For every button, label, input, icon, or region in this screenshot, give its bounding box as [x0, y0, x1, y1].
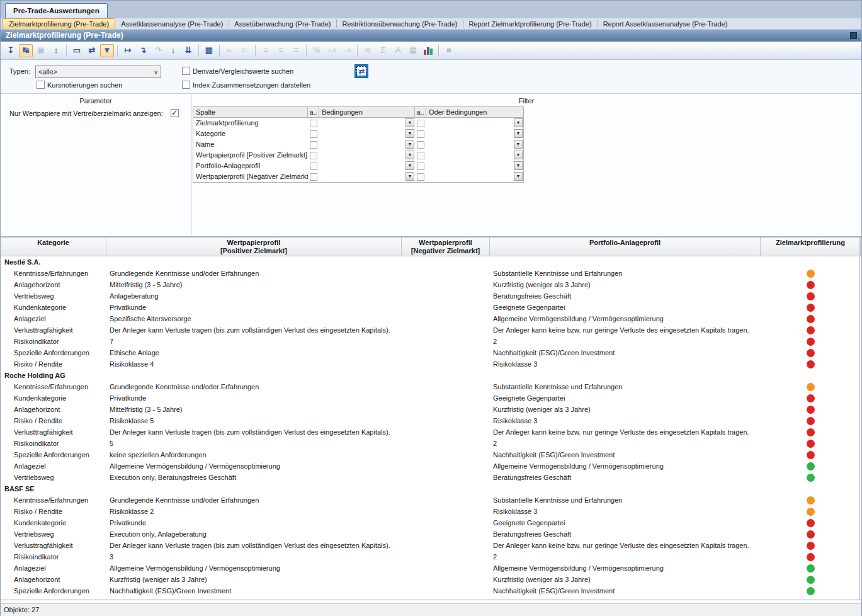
new-range-icon[interactable]: ▭	[70, 44, 84, 57]
table-row[interactable]: Risikoindikator72	[1, 336, 861, 347]
table-row[interactable]: KundenkategoriePrivatkundeGeeignete Gege…	[1, 517, 861, 528]
table-row[interactable]: Risiko / RenditeRisikoklasse 5Risikoklas…	[1, 415, 861, 426]
filter-aktiv-checkbox[interactable]	[310, 173, 317, 181]
filter-aktiv-checkbox[interactable]	[417, 152, 424, 159]
filter-aktiv-checkbox[interactable]	[310, 120, 317, 127]
chart-icon[interactable]	[421, 44, 435, 57]
derivate-checkbox[interactable]: Derivate/Vergleichswerte suchen	[182, 67, 293, 75]
table-row[interactable]: Spezielle Anforderungenkeine speziellen …	[1, 449, 861, 460]
typen-dropdown[interactable]: <alle> ∨	[35, 66, 161, 78]
refresh-button[interactable]: ⇄	[354, 64, 368, 78]
insert-row-icon[interactable]: ↴	[136, 44, 150, 57]
filter-aktiv-checkbox[interactable]	[417, 173, 424, 181]
subtab-restriktions-berwachung-pre-trade[interactable]: Restriktionsüberwachung (Pre-Trade)	[336, 18, 463, 29]
col-header-zielmarktprofilierung[interactable]: Zielmarktprofilierung	[761, 237, 861, 256]
import-data-icon[interactable]: ↓	[166, 44, 180, 57]
dropdown-arrow-icon[interactable]: ▼	[405, 129, 414, 138]
table-row[interactable]: VertriebswegExecution only, Anlageberatu…	[1, 528, 861, 540]
dropdown-arrow-icon[interactable]: ▼	[405, 118, 414, 127]
table-row[interactable]: Spezielle AnforderungenNachhaltigkeit (E…	[1, 585, 861, 596]
dropdown-arrow-icon[interactable]: ▼	[405, 151, 414, 159]
zielmarkt-cell	[761, 347, 861, 358]
filter-aktiv-checkbox[interactable]	[417, 163, 424, 170]
update-columns-icon[interactable]: ⇊	[181, 44, 195, 57]
dropdown-arrow-icon[interactable]: ▼	[514, 151, 523, 159]
titlebar-control[interactable]	[850, 32, 857, 39]
table-row[interactable]: VerlusttragfähigkeitDer Anleger kann Ver…	[1, 540, 861, 551]
col-header-wertpapierprofil-negativ[interactable]: Wertpapierprofil [Negativer Zielmarkt]	[402, 237, 490, 256]
table-row[interactable]: Risikoindikator52	[1, 438, 861, 449]
table-row[interactable]: AnlagehorizontMittelfristig (3 - 5 Jahre…	[1, 279, 861, 290]
col-header-wertpapierprofil-positiv[interactable]: Wertpapierprofil [Positiver Zielmarkt]	[106, 237, 402, 256]
tab-pre-trade-auswertungen[interactable]: Pre-Trade-Auswertungen	[5, 3, 108, 18]
col-header-portfolio-anlageprofil[interactable]: Portfolio-Anlageprofil	[490, 237, 761, 256]
filter-bedingung-cell: ▼	[319, 161, 415, 171]
filter-aktiv-checkbox[interactable]	[417, 120, 424, 127]
swap-refresh-icon[interactable]: ⇄	[85, 44, 99, 57]
portfolio-anlageprofil-cell: Nachhaltigkeit (ESG)/Green Investment	[490, 449, 761, 460]
dropdown-arrow-icon[interactable]: ▼	[514, 129, 523, 138]
wertpapierprofil-positiv-cell: Anlageberatung	[106, 290, 402, 302]
typen-dropdown-value: <alle>	[38, 68, 154, 76]
main-tab-strip: Pre-Trade-Auswertungen	[1, 1, 861, 18]
import-rows-icon[interactable]: ↧	[4, 44, 18, 57]
table-row[interactable]: KundenkategoriePrivatkundeGeeignete Gege…	[1, 302, 861, 313]
filter-aktiv-checkbox[interactable]	[417, 130, 424, 138]
subtab-zielmarktprofilierung-pre-trade[interactable]: Zielmarktprofilierung (Pre-Trade)	[3, 18, 115, 29]
subtab-report-zielmarktprofilierung-pre-trade[interactable]: Report Zielmarktprofilierung (Pre-Trade)	[463, 18, 597, 29]
zielmarkt-cell	[761, 540, 861, 551]
table-row[interactable]: VertriebswegAnlageberatungBeratungsfreie…	[1, 290, 861, 302]
table-row[interactable]: VerlusttragfähigkeitDer Anleger kann Ver…	[1, 324, 861, 336]
dropdown-arrow-icon[interactable]: ▼	[514, 161, 523, 170]
zielmarkt-cell	[761, 404, 861, 415]
table-row[interactable]: Spezielle AnforderungenEthische AnlageNa…	[1, 347, 861, 358]
table-row[interactable]: AnlagehorizontKurzfristig (weniger als 3…	[1, 574, 861, 585]
portfolio-anlageprofil-cell: Substantielle Kenntnisse und Erfahrungen	[490, 268, 761, 279]
vertreiberzielmarkt-checkbox[interactable]: ✓	[171, 109, 179, 117]
freeze-columns-icon[interactable]: ▥	[202, 44, 216, 57]
filter-aktiv-checkbox[interactable]	[310, 141, 317, 149]
table-row[interactable]: VertriebswegExecution only, Beratungsfre…	[1, 472, 861, 483]
subtab-asset-berwachung-pre-trade[interactable]: Assetüberwachung (Pre-Trade)	[229, 18, 336, 29]
filter-aktiv-checkbox[interactable]	[310, 163, 317, 170]
dropdown-arrow-icon[interactable]: ▼	[405, 172, 414, 181]
col-header-kategorie[interactable]: Kategorie	[1, 237, 106, 256]
table-row[interactable]: AnlagezielAllgemeine Vermögensbildung / …	[1, 562, 861, 574]
fit-width-icon[interactable]: ↹	[19, 44, 33, 57]
table-row[interactable]: Risiko / RenditeRisikoklasse 2Risikoklas…	[1, 506, 861, 517]
group-name: BASF SE	[1, 483, 378, 494]
dropdown-arrow-icon[interactable]: ▼	[405, 140, 414, 149]
filter-aktiv-checkbox[interactable]	[310, 152, 317, 159]
filter-aktiv-checkbox[interactable]	[310, 130, 317, 138]
typen-label: Typen:	[9, 67, 30, 75]
derivate-checkbox-label: Derivate/Vergleichswerte suchen	[193, 67, 293, 75]
table-row[interactable]: KundenkategoriePrivatkundeGeeignete Gege…	[1, 392, 861, 404]
table-row[interactable]: Kenntnisse/ErfahrungenGrundlegende Kennt…	[1, 268, 861, 279]
subtab-report-assetklassenanalyse-pre-trade[interactable]: Report Assetklassenanalyse (Pre-Trade)	[598, 18, 734, 29]
kursnotierungen-checkbox[interactable]: Kursnotierungen suchen	[37, 81, 122, 89]
table-row[interactable]: VerlusttragfähigkeitDer Anleger kann Ver…	[1, 426, 861, 438]
toolbar-separator	[117, 45, 118, 57]
filter-icon[interactable]: ▼	[100, 44, 114, 57]
dropdown-arrow-icon[interactable]: ▼	[514, 140, 523, 149]
portfolio-anlageprofil-cell: Risikoklasse 3	[490, 506, 761, 517]
table-row[interactable]: AnlagehorizontMittelfristig (3 - 5 Jahre…	[1, 404, 861, 415]
fit-height-icon[interactable]: ↕	[49, 44, 63, 57]
table-row[interactable]: Kenntnisse/ErfahrungenGrundlegende Kennt…	[1, 494, 861, 506]
table-row[interactable]: Risiko / RenditeRisikoklasse 4Risikoklas…	[1, 358, 861, 370]
insert-column-icon[interactable]: ↦	[121, 44, 135, 57]
table-row[interactable]: Kenntnisse/ErfahrungenGrundlegende Kennt…	[1, 381, 861, 392]
dropdown-arrow-icon[interactable]: ▼	[405, 161, 414, 170]
portfolio-anlageprofil-cell: Allgemeine Vermögensbildung / Vermögenso…	[490, 460, 761, 472]
table-row[interactable]: AnlagezielSpezifische AltersvorsorgeAllg…	[1, 313, 861, 324]
dropdown-arrow-icon[interactable]: ▼	[514, 118, 523, 127]
subtab-assetklassenanalyse-pre-trade[interactable]: Assetklassenanalyse (Pre-Trade)	[115, 18, 229, 29]
kursnotierungen-checkbox-label: Kursnotierungen suchen	[47, 81, 122, 89]
status-dot-red	[807, 360, 815, 368]
dropdown-arrow-icon[interactable]: ▼	[514, 172, 523, 181]
table-row[interactable]: AnlagezielAllgemeine Vermögensbildung / …	[1, 460, 861, 472]
filter-aktiv-checkbox[interactable]	[417, 141, 424, 149]
index-checkbox[interactable]: Index-Zusammensetzungen darstellen	[182, 81, 310, 89]
wertpapierprofil-positiv-cell: Nachhaltigkeit (ESG)/Green Investment	[106, 585, 402, 596]
table-row[interactable]: Risikoindikator32	[1, 551, 861, 562]
